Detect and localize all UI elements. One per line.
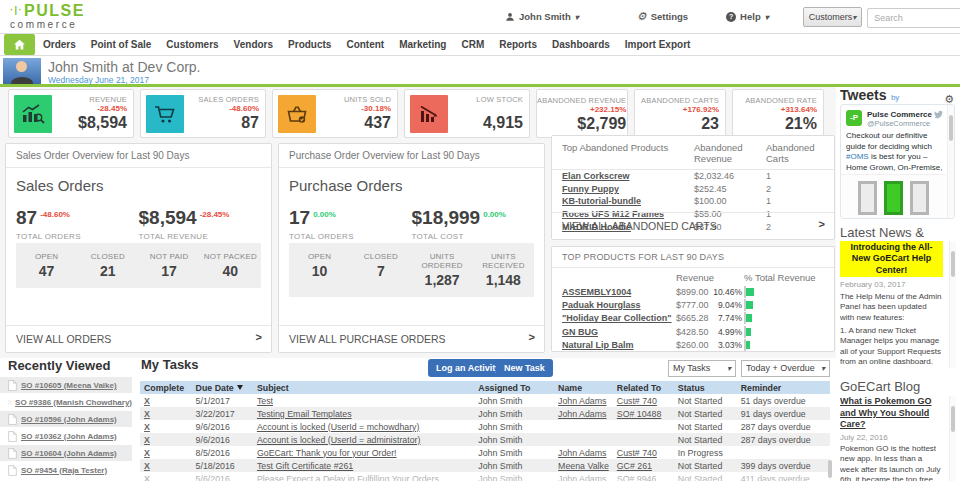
complete-task-link[interactable]: X <box>144 448 150 458</box>
col-related-to[interactable]: Related To <box>613 381 674 394</box>
news-scrollbar[interactable] <box>949 241 956 368</box>
task-subject-link[interactable]: Test Gift Certificate #261 <box>257 461 353 471</box>
contact-link[interactable]: Meena Valke <box>558 461 609 471</box>
nav-item-customers[interactable]: Customers <box>166 39 218 50</box>
recent-order-link[interactable]: SO #10605 (Meena Valke) <box>21 381 117 390</box>
blog-article-link[interactable]: What is Pokemon GO and Why You Should Ca… <box>840 396 943 431</box>
product-link[interactable]: Funny Puppy <box>562 184 619 194</box>
col-reminder[interactable]: Reminder <box>737 381 830 394</box>
hashtag-link[interactable]: #OMS <box>846 152 869 161</box>
task-subject-link[interactable]: Account is locked (UserId = mchowdhary) <box>257 422 420 432</box>
reminder: 51 days overdue <box>737 394 830 407</box>
list-item: SO #9386 (Manish Chowdhary) <box>0 394 132 410</box>
logo-mark-icon: ·|· <box>10 5 23 15</box>
home-button[interactable] <box>4 34 35 55</box>
recent-order-link[interactable]: SO #10604 (John Adams) <box>21 449 117 458</box>
contact-link[interactable]: John Adams <box>558 448 606 458</box>
recent-order-link[interactable]: SO #9454 (Raja Tester) <box>21 466 107 475</box>
col-due-date[interactable]: Due Date <box>192 381 253 394</box>
tweet-author[interactable]: Pulse Commerce <box>867 110 932 119</box>
stat-label: TOTAL COST <box>412 232 535 241</box>
view-all-purchase-orders-link[interactable]: VIEW ALL PURCHASE ORDERS <box>279 325 544 352</box>
settings-menu[interactable]: Settings <box>637 10 688 23</box>
nav-item-crm[interactable]: CRM <box>461 39 484 50</box>
complete-task-link[interactable]: X <box>144 396 150 406</box>
page-title: John Smith at Dev Corp. <box>48 59 201 75</box>
task-subject-link[interactable]: Test <box>257 396 273 406</box>
nav-item-content[interactable]: Content <box>346 39 384 50</box>
task-subject-link[interactable]: Please Expect a Delay in Fulfilling Your… <box>257 474 439 481</box>
view-all-abandoned-carts-link[interactable]: VIEW ALL ABANDONED CARTS <box>552 212 834 239</box>
product-link[interactable]: Paduak Hourglass <box>562 300 641 310</box>
table-row: Paduak Hourglass$777.009.04% <box>552 298 834 311</box>
col-subject[interactable]: Subject <box>253 381 474 394</box>
blog-scrollbar[interactable] <box>949 396 956 481</box>
gear-icon <box>637 10 647 23</box>
nav-item-products[interactable]: Products <box>288 39 331 50</box>
stat-value: $18,999 <box>412 207 481 228</box>
search-scope-select[interactable]: Customers <box>803 7 863 27</box>
assigned-to: John Smith <box>474 446 554 459</box>
recent-order-link[interactable]: SO #9386 (Manish Chowdhary) <box>15 398 132 407</box>
task-subject-link[interactable]: GoECart: Thank you for your Order! <box>257 448 397 458</box>
related-to-link[interactable]: Cust# 740 <box>617 448 657 458</box>
contact-link[interactable]: John Adams <box>558 396 606 406</box>
task-subject-link[interactable]: Testing Email Templates <box>257 409 352 419</box>
related-to-link[interactable]: SO# 10488 <box>617 409 662 419</box>
complete-task-link[interactable]: X <box>144 409 150 419</box>
complete-task-link[interactable]: X <box>144 422 150 432</box>
view-all-orders-link[interactable]: VIEW ALL ORDERS <box>6 325 271 352</box>
nav-item-reports[interactable]: Reports <box>499 39 537 50</box>
recent-order-link[interactable]: SO #10362 (John Adams) <box>21 432 117 441</box>
nav-item-marketing[interactable]: Marketing <box>399 39 446 50</box>
task-subject-link[interactable]: Account is locked (UserId = administrato… <box>257 435 421 445</box>
related-to-link[interactable]: SO# 9946 <box>617 474 657 481</box>
nav-item-dashboards[interactable]: Dashboards <box>552 39 610 50</box>
goecart-blog-panel: What is Pokemon GO and Why You Should Ca… <box>840 396 956 481</box>
col-assigned-to[interactable]: Assigned To <box>474 381 554 394</box>
pct-bar <box>746 328 751 336</box>
scrollbar-thumb[interactable] <box>951 251 955 277</box>
tasks-scrollbar-thumb[interactable] <box>828 460 832 478</box>
tasks-date-filter-select[interactable]: Today + Overdue <box>741 360 830 377</box>
recent-order-link[interactable]: SO #10596 (John Adams) <box>21 415 117 424</box>
search-input[interactable] <box>867 8 960 28</box>
tweets-by-label: by <box>891 93 899 102</box>
product-link[interactable]: GN BUG <box>562 327 598 337</box>
tweet-author-handle[interactable]: @PulseCommerce <box>867 119 930 128</box>
tweets-scrollbar[interactable] <box>947 105 954 218</box>
tasks-filter-select[interactable]: My Tasks <box>668 360 736 377</box>
kpi-abandoned-rate: ABANDONED RATE+313.64%21% <box>732 89 824 138</box>
table-row: X 5/1/2017 Test John Smith John Adams Cu… <box>140 394 830 407</box>
col-complete[interactable]: Complete <box>140 381 192 394</box>
complete-task-link[interactable]: X <box>144 474 150 481</box>
user-menu[interactable]: John Smith <box>505 11 579 22</box>
status: Not Started <box>674 433 737 446</box>
complete-task-link[interactable]: X <box>144 461 150 471</box>
related-to-link[interactable]: GC# 261 <box>617 461 652 471</box>
col-name[interactable]: Name <box>554 381 613 394</box>
product-link[interactable]: KB-tutorial-bundle <box>562 196 641 206</box>
nav-item-orders[interactable]: Orders <box>43 39 76 50</box>
nav-item-vendors[interactable]: Vendors <box>234 39 273 50</box>
related-to-link[interactable]: Cust# 740 <box>617 396 657 406</box>
tweet-media-image[interactable] <box>841 174 946 218</box>
news-article-link[interactable]: Introducing the All-New GoECart Help Cen… <box>840 241 943 277</box>
product-link[interactable]: Elan Corkscrew <box>562 171 630 181</box>
product-link[interactable]: "Holiday Bear Collection" <box>562 313 672 323</box>
help-menu[interactable]: Help <box>726 11 769 22</box>
panel-header: Purchase Order Overview for Last 90 Days <box>279 144 544 168</box>
nav-item-import-export[interactable]: Import Export <box>625 39 691 50</box>
document-icon <box>8 465 17 476</box>
product-link[interactable]: Natural Lip Balm <box>562 340 634 350</box>
scrollbar-thumb[interactable] <box>949 115 953 141</box>
product-link[interactable]: ASSEMBLY1004 <box>562 287 631 297</box>
contact-link[interactable]: John Adams <box>558 409 606 419</box>
contact-link[interactable]: John Adams <box>558 474 606 481</box>
nav-item-point-of-sale[interactable]: Point of Sale <box>91 39 152 50</box>
new-task-button[interactable]: New Task <box>496 359 553 377</box>
list-item: SO #10605 (Meena Valke) <box>0 377 132 393</box>
complete-task-link[interactable]: X <box>144 435 150 445</box>
col-status[interactable]: Status <box>674 381 737 394</box>
scrollbar-thumb[interactable] <box>951 406 955 432</box>
